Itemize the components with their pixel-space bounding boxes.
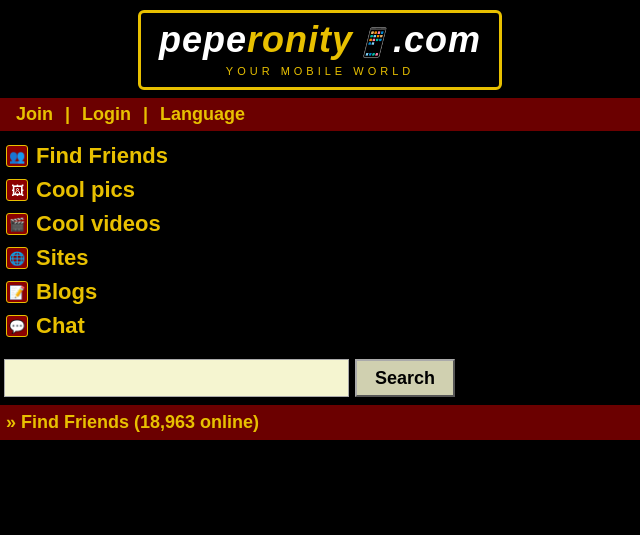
menu-item-sites[interactable]: 🌐Sites (0, 241, 640, 275)
menu-label-1: Cool pics (36, 177, 135, 203)
menu-icon-4: 📝 (6, 281, 28, 303)
menu-icon-1: 🖼 (6, 179, 28, 201)
nav-join[interactable]: Join (4, 104, 65, 125)
logo-text: peperonity📱.com (159, 19, 481, 61)
find-friends-bar[interactable]: » Find Friends (18,963 online) (0, 405, 640, 440)
menu-item-chat[interactable]: 💬Chat (0, 309, 640, 343)
logo-area: peperonity📱.com YOUR MOBILE WORLD (0, 0, 640, 98)
logo-pepe: pepe (159, 19, 247, 60)
tagline: YOUR MOBILE WORLD (159, 65, 481, 77)
menu-label-3: Sites (36, 245, 89, 271)
search-input[interactable] (4, 359, 349, 397)
logo-dot: . (393, 19, 404, 60)
logo-com: com (404, 19, 481, 60)
find-friends-bar-text: » Find Friends (18,963 online) (6, 412, 259, 433)
menu-icon-3: 🌐 (6, 247, 28, 269)
menu-label-4: Blogs (36, 279, 97, 305)
menu-area: 👥Find Friends🖼Cool pics🎬Cool videos🌐Site… (0, 131, 640, 351)
menu-label-0: Find Friends (36, 143, 168, 169)
menu-item-cool-pics[interactable]: 🖼Cool pics (0, 173, 640, 207)
menu-label-5: Chat (36, 313, 85, 339)
logo-box: peperonity📱.com YOUR MOBILE WORLD (138, 10, 502, 90)
logo-ronity: ronity (247, 19, 353, 60)
nav-bar: Join | Login | Language (0, 98, 640, 131)
menu-label-2: Cool videos (36, 211, 161, 237)
logo-icon: 📱 (355, 26, 391, 59)
menu-item-find-friends[interactable]: 👥Find Friends (0, 139, 640, 173)
nav-login[interactable]: Login (70, 104, 143, 125)
menu-icon-5: 💬 (6, 315, 28, 337)
search-button[interactable]: Search (355, 359, 455, 397)
menu-item-cool-videos[interactable]: 🎬Cool videos (0, 207, 640, 241)
search-area: Search (0, 351, 640, 405)
menu-item-blogs[interactable]: 📝Blogs (0, 275, 640, 309)
menu-icon-0: 👥 (6, 145, 28, 167)
nav-language[interactable]: Language (148, 104, 257, 125)
menu-icon-2: 🎬 (6, 213, 28, 235)
bottom-area (0, 440, 640, 500)
